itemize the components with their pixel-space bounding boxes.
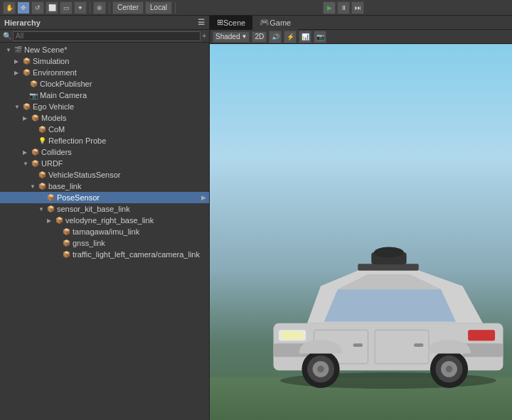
simulation-label: Simulation — [33, 57, 69, 65]
hierarchy-search-icon: 🔍 — [3, 32, 11, 40]
hierarchy-menu-icon[interactable]: ☰ — [198, 18, 205, 27]
2d-label: 2D — [255, 33, 264, 41]
base-link-arrow: ▼ — [30, 183, 37, 190]
sep1 — [90, 2, 90, 14]
tree-item-posesensor[interactable]: 📦 PoseSensor ▶ — [0, 192, 209, 203]
toolbar-center-btn[interactable]: Center — [112, 1, 144, 14]
tree-item-colliders[interactable]: ▶ 📦 Colliders — [0, 146, 209, 158]
new-scene-label: New Scene* — [24, 45, 68, 54]
toolbar-step-icon[interactable]: ⏭ — [351, 1, 364, 14]
tree-item-imu[interactable]: 📦 tamagawa/imu_link — [0, 226, 209, 237]
tree-item-gnss[interactable]: 📦 gnss_link — [0, 237, 209, 249]
top-toolbar: ✋ ✥ ↺ ⬜ ▭ ✦ ⊕ Center Local ▶ ⏸ ⏭ — [0, 0, 512, 16]
toolbar-multi-icon[interactable]: ✦ — [74, 1, 87, 14]
tab-scene[interactable]: ⊞ Scene — [210, 16, 252, 30]
center-label: Center — [117, 4, 139, 11]
toolbar-move-icon[interactable]: ✥ — [17, 1, 30, 14]
sensor-kit-arrow: ▼ — [38, 206, 46, 212]
tree-item-velodyne[interactable]: ▶ 📦 velodyne_right_base_link — [0, 215, 209, 226]
shading-dropdown[interactable]: Shaded ▼ — [213, 31, 250, 43]
simulation-icon: 📦 — [21, 56, 31, 66]
shading-arrow: ▼ — [241, 33, 247, 40]
svg-rect-12 — [353, 343, 362, 347]
tree-item-base-link[interactable]: ▼ 📦 base_link — [0, 181, 209, 192]
tree-item-environment[interactable]: ▶ 📦 Environment — [0, 67, 209, 78]
camera-icon: 📷 — [28, 90, 38, 100]
tree-item-urdf[interactable]: ▼ 📦 URDF — [0, 158, 209, 169]
svg-rect-7 — [281, 331, 302, 339]
tree-item-traffic-light[interactable]: 📦 traffic_light_left_camera/camera_link — [0, 249, 209, 260]
tab-game[interactable]: 🎮 Game — [252, 16, 298, 30]
main-layout: Hierarchy ☰ 🔍 + ▼ 🎬 New Scene* ▶ 📦 Simul… — [0, 16, 512, 420]
tree-item-simulation[interactable]: ▶ 📦 Simulation — [0, 55, 209, 67]
tree-item-main-camera[interactable]: 📷 Main Camera — [0, 90, 209, 101]
svg-rect-9 — [468, 330, 495, 340]
toolbar-dot-icon[interactable]: ⊕ — [93, 1, 106, 14]
right-panel: ⊞ Scene 🎮 Game Shaded ▼ 2D 🔊 ⚡ 📊 📷 — [210, 16, 512, 420]
2d-btn[interactable]: 2D — [252, 31, 267, 43]
gnss-label: gnss_link — [73, 239, 105, 247]
svg-rect-2 — [358, 264, 419, 271]
urdf-icon: 📦 — [30, 158, 40, 168]
svg-point-4 — [374, 247, 404, 257]
stats-icon[interactable]: 📊 — [299, 31, 311, 43]
hierarchy-title: Hierarchy — [4, 18, 41, 27]
scene-toolbar: Shaded ▼ 2D 🔊 ⚡ 📊 📷 — [210, 30, 512, 44]
toolbar-scale-icon[interactable]: ⬜ — [46, 1, 58, 14]
svg-point-21 — [445, 366, 452, 373]
hierarchy-tree: ▼ 🎬 New Scene* ▶ 📦 Simulation ▶ 📦 Enviro… — [0, 43, 209, 420]
tree-item-ego-vehicle[interactable]: ▼ 📦 Ego Vehicle — [0, 101, 209, 112]
models-arrow: ▶ — [23, 115, 30, 122]
toolbar-rect-icon[interactable]: ▭ — [60, 1, 73, 14]
ego-vehicle-label: Ego Vehicle — [33, 102, 74, 111]
urdf-label: URDF — [41, 159, 63, 168]
tree-item-new-scene[interactable]: ▼ 🎬 New Scene* — [0, 44, 209, 55]
toolbar-play-icon[interactable]: ▶ — [323, 1, 336, 14]
clock-label: ClockPublisher — [40, 80, 92, 88]
new-scene-arrow: ▼ — [6, 47, 13, 53]
traffic-icon: 📦 — [61, 249, 71, 259]
base-link-label: base_link — [48, 182, 81, 190]
toolbar-local-btn[interactable]: Local — [145, 1, 172, 14]
scene-viewport — [210, 44, 512, 420]
toolbar-rotate-icon[interactable]: ↺ — [31, 1, 44, 14]
scene-icon: 🎬 — [13, 45, 23, 55]
velodyne-arrow: ▶ — [47, 217, 54, 224]
com-icon: 📦 — [37, 124, 47, 134]
shading-label: Shaded — [215, 33, 240, 41]
imu-label: tamagawa/imu_link — [73, 227, 139, 236]
fx-icon[interactable]: ⚡ — [284, 31, 297, 43]
game-tab-label: Game — [270, 18, 291, 27]
svg-point-17 — [317, 366, 324, 373]
simulation-arrow: ▶ — [14, 58, 21, 65]
view-tabs: ⊞ Scene 🎮 Game — [210, 16, 512, 30]
tree-item-vehiclestatussensor[interactable]: 📦 VehicleStatusSensor — [0, 169, 209, 181]
svg-rect-13 — [414, 343, 423, 347]
hierarchy-toolbar: 🔍 + — [0, 30, 209, 43]
hierarchy-search-input[interactable] — [13, 31, 201, 41]
reflect-icon: 💡 — [37, 136, 47, 146]
ego-icon: 📦 — [21, 102, 31, 112]
gizmos-icon[interactable]: 📷 — [314, 31, 326, 43]
scene-icon-tab: ⊞ — [217, 18, 223, 27]
vss-icon: 📦 — [37, 170, 47, 180]
toolbar-pause-icon[interactable]: ⏸ — [337, 1, 350, 14]
camera-label: Main Camera — [40, 91, 87, 99]
tree-item-clockpublisher[interactable]: 📦 ClockPublisher — [0, 78, 209, 90]
audio-icon[interactable]: 🔊 — [269, 31, 282, 43]
environment-icon: 📦 — [21, 68, 31, 77]
tree-item-sensor-kit[interactable]: ▼ 📦 sensor_kit_base_link — [0, 203, 209, 215]
sep2 — [109, 2, 110, 14]
pose-label: PoseSensor — [57, 193, 100, 202]
hierarchy-add-icon[interactable]: + — [202, 32, 206, 40]
toolbar-hand-icon[interactable]: ✋ — [3, 1, 16, 14]
environment-arrow: ▶ — [14, 70, 21, 76]
left-panel: Hierarchy ☰ 🔍 + ▼ 🎬 New Scene* ▶ 📦 Simul… — [0, 16, 210, 420]
tree-item-com[interactable]: 📦 CoM — [0, 124, 209, 135]
pose-expand-icon: ▶ — [201, 194, 206, 201]
tree-item-reflection-probe[interactable]: 💡 Reflection Probe — [0, 135, 209, 146]
colliders-arrow: ▶ — [23, 149, 30, 156]
models-label: Models — [41, 114, 66, 122]
tree-item-models[interactable]: ▶ 📦 Models — [0, 112, 209, 124]
local-label: Local — [150, 4, 167, 11]
